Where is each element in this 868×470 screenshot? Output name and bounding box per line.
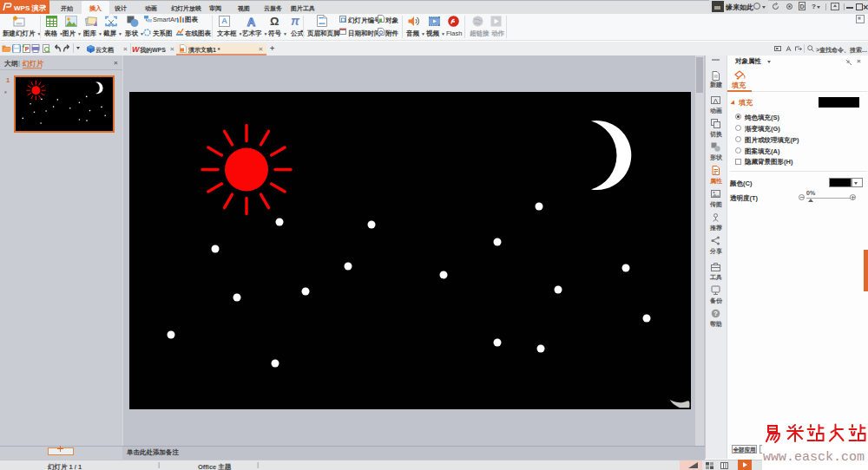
- svg-text:P: P: [25, 46, 30, 52]
- svg-text:?: ?: [713, 310, 718, 317]
- svg-text:A: A: [221, 16, 227, 25]
- svg-text:A: A: [247, 16, 256, 27]
